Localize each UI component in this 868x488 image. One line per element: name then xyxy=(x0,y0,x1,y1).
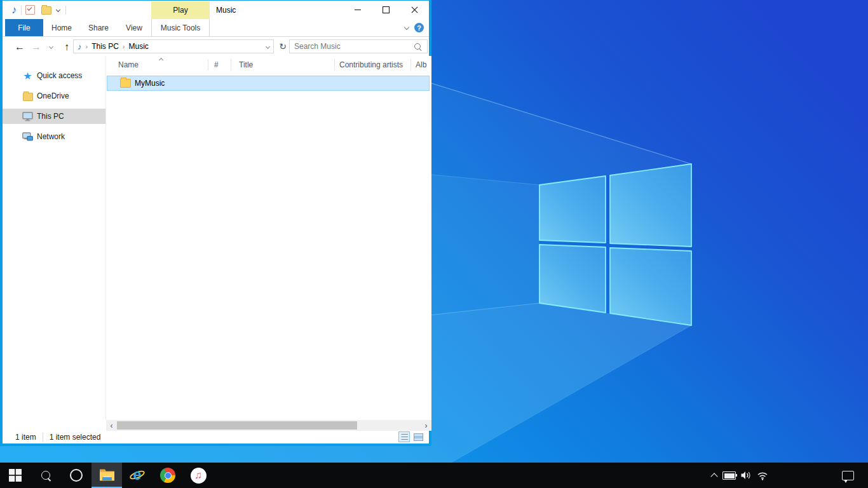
chevron-up-icon xyxy=(710,473,717,480)
large-icons-view-button[interactable] xyxy=(412,431,424,442)
selection-count: 1 item selected xyxy=(50,433,101,442)
battery-icon xyxy=(722,471,736,480)
computer-icon xyxy=(22,112,33,121)
volume-icon xyxy=(741,470,752,480)
file-list: Name # Title Contributing artists Alb My… xyxy=(106,56,431,420)
sidebar-item-onedrive[interactable]: OneDrive xyxy=(3,88,105,104)
maximize-button[interactable] xyxy=(372,1,400,19)
address-bar[interactable]: ♪ › This PC › Music xyxy=(73,39,274,53)
action-center-button[interactable] xyxy=(839,463,857,488)
minimize-button[interactable] xyxy=(343,1,372,19)
column-header-title[interactable]: Title xyxy=(239,56,253,73)
search-icon[interactable] xyxy=(414,43,421,50)
search-icon xyxy=(41,471,50,480)
breadcrumb-music[interactable]: Music xyxy=(129,42,149,51)
sidebar-item-network[interactable]: Network xyxy=(3,129,105,144)
breadcrumb-chevron: › xyxy=(86,43,88,50)
scroll-right-icon[interactable]: › xyxy=(421,420,431,431)
qat-customize-icon[interactable] xyxy=(55,8,60,12)
ribbon-collapse-icon[interactable] xyxy=(404,25,409,30)
tab-view[interactable]: View xyxy=(121,19,147,36)
back-button[interactable]: ← xyxy=(13,37,27,57)
sidebar-item-quick-access[interactable]: ★ Quick access xyxy=(3,68,105,83)
sort-ascending-icon xyxy=(159,58,163,62)
ribbon-tabs: File Home Share View Music Tools ? xyxy=(3,19,429,37)
up-button[interactable]: ↑ xyxy=(60,37,74,57)
wifi-icon xyxy=(757,471,768,480)
tab-music-tools[interactable]: Music Tools xyxy=(151,19,210,36)
taskbar-file-explorer-button[interactable] xyxy=(92,463,122,488)
cortana-icon xyxy=(70,469,83,482)
tray-battery[interactable] xyxy=(722,463,736,488)
music-note-icon: ♪ xyxy=(78,42,82,51)
taskbar-search-button[interactable] xyxy=(31,463,61,488)
properties-icon[interactable] xyxy=(25,5,35,15)
window-title: Music xyxy=(216,1,236,19)
chrome-button[interactable] xyxy=(153,463,183,488)
horizontal-scrollbar[interactable]: ‹ › xyxy=(106,420,431,431)
sidebar-item-this-pc[interactable]: This PC xyxy=(3,109,105,124)
address-dropdown-icon[interactable] xyxy=(266,44,270,49)
column-header-contributing-artists[interactable]: Contributing artists xyxy=(339,56,403,73)
item-count: 1 item xyxy=(15,433,36,442)
column-header-album[interactable]: Alb xyxy=(416,56,426,73)
contextual-tab-play[interactable]: Play xyxy=(151,1,210,19)
tray-volume[interactable] xyxy=(738,463,754,488)
file-explorer-window: ♪ Play Music File Home Share View xyxy=(0,0,431,446)
refresh-icon[interactable]: ↻ xyxy=(277,39,288,53)
network-icon xyxy=(22,132,33,142)
scroll-left-icon[interactable]: ‹ xyxy=(106,420,117,431)
music-note-icon: ♪ xyxy=(11,4,17,17)
details-view-button[interactable] xyxy=(398,431,410,442)
new-folder-icon[interactable] xyxy=(41,6,51,15)
tray-network[interactable] xyxy=(755,463,770,488)
taskbar: e ♫ xyxy=(0,463,868,488)
navigation-pane: ★ Quick access OneDrive This PC xyxy=(3,56,106,420)
tab-share[interactable]: Share xyxy=(85,19,112,36)
internet-explorer-icon: e xyxy=(128,466,146,484)
scrollbar-thumb[interactable] xyxy=(117,421,357,430)
star-icon: ★ xyxy=(23,70,32,82)
file-explorer-icon xyxy=(99,468,115,482)
svg-text:e: e xyxy=(133,466,142,483)
column-header-number[interactable]: # xyxy=(214,56,219,73)
column-header-name[interactable]: Name xyxy=(118,56,139,73)
tray-show-hidden-icons[interactable] xyxy=(707,463,722,488)
breadcrumb-chevron: › xyxy=(123,43,125,50)
itunes-button[interactable]: ♫ xyxy=(183,463,214,488)
itunes-icon: ♫ xyxy=(191,468,207,484)
search-input[interactable] xyxy=(290,41,414,51)
status-bar: 1 item 1 item selected xyxy=(3,431,429,444)
forward-button[interactable]: → xyxy=(29,37,43,57)
close-button[interactable] xyxy=(400,1,429,19)
internet-explorer-button[interactable]: e xyxy=(122,463,153,488)
window-border-bottom xyxy=(0,444,431,446)
folder-icon xyxy=(120,79,131,88)
tab-file[interactable]: File xyxy=(5,19,43,36)
action-center-icon xyxy=(842,471,854,480)
tab-home[interactable]: Home xyxy=(48,19,75,36)
start-button[interactable] xyxy=(0,463,31,488)
quick-access-toolbar: ♪ xyxy=(11,1,70,19)
help-icon[interactable]: ? xyxy=(414,23,424,32)
address-toolbar: ← → ↑ ♪ › This PC › Music ↻ xyxy=(3,37,429,57)
recent-locations-icon[interactable] xyxy=(46,37,56,57)
breadcrumb-this-pc[interactable]: This PC xyxy=(92,42,119,51)
title-bar: ♪ Play Music xyxy=(3,1,429,19)
chrome-icon xyxy=(160,468,175,483)
cortana-button[interactable] xyxy=(61,463,92,488)
search-box[interactable] xyxy=(289,39,428,53)
file-row-mymusic[interactable]: MyMusic xyxy=(107,76,430,91)
onedrive-icon xyxy=(23,93,33,101)
windows-start-icon xyxy=(9,469,22,482)
